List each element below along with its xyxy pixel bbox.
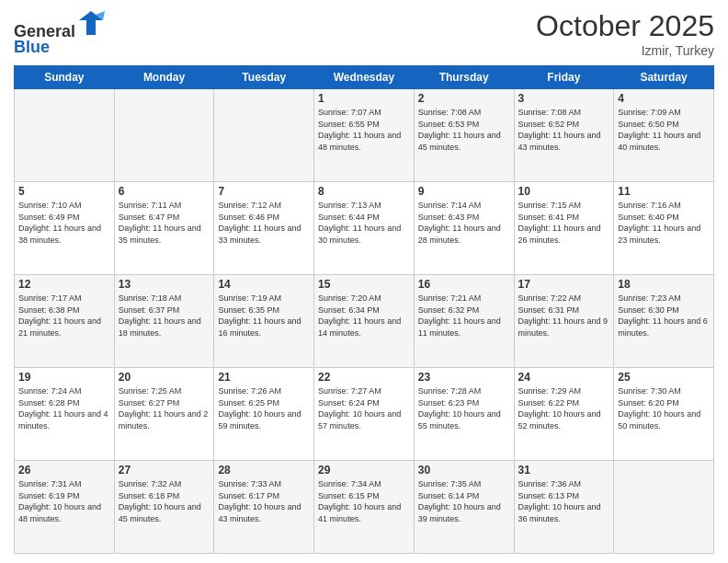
logo-bird-icon [77,9,105,37]
calendar-cell: 18Sunrise: 7:23 AM Sunset: 6:30 PM Dayli… [614,275,714,368]
day-info: Sunrise: 7:36 AM Sunset: 6:13 PM Dayligh… [518,478,610,524]
calendar-week-5: 26Sunrise: 7:31 AM Sunset: 6:19 PM Dayli… [15,461,714,554]
day-number: 20 [119,371,210,384]
day-info: Sunrise: 7:10 AM Sunset: 6:49 PM Dayligh… [18,200,110,246]
header-thursday: Thursday [414,66,514,89]
calendar-cell: 7Sunrise: 7:12 AM Sunset: 6:46 PM Daylig… [214,182,314,275]
calendar-cell [114,89,214,182]
day-number: 25 [618,371,710,384]
day-info: Sunrise: 7:14 AM Sunset: 6:43 PM Dayligh… [418,200,510,246]
calendar-cell: 9Sunrise: 7:14 AM Sunset: 6:43 PM Daylig… [414,182,514,275]
header-saturday: Saturday [614,66,714,89]
day-number: 14 [218,278,310,291]
calendar-week-2: 5Sunrise: 7:10 AM Sunset: 6:49 PM Daylig… [15,182,714,275]
day-number: 28 [218,464,310,477]
calendar-cell: 12Sunrise: 7:17 AM Sunset: 6:38 PM Dayli… [15,275,115,368]
day-number: 27 [119,464,210,477]
day-number: 5 [18,185,110,198]
header-monday: Monday [114,66,214,89]
calendar-cell: 26Sunrise: 7:31 AM Sunset: 6:19 PM Dayli… [15,461,115,554]
day-number: 3 [518,92,610,105]
calendar-cell: 2Sunrise: 7:08 AM Sunset: 6:53 PM Daylig… [414,89,514,182]
day-info: Sunrise: 7:24 AM Sunset: 6:28 PM Dayligh… [18,385,110,431]
day-number: 9 [418,185,510,198]
month-title: October 2025 [536,9,714,43]
calendar-cell [614,461,714,554]
calendar-cell: 23Sunrise: 7:28 AM Sunset: 6:23 PM Dayli… [414,368,514,461]
calendar-cell: 24Sunrise: 7:29 AM Sunset: 6:22 PM Dayli… [514,368,614,461]
calendar-cell: 31Sunrise: 7:36 AM Sunset: 6:13 PM Dayli… [514,461,614,554]
header-wednesday: Wednesday [314,66,415,89]
day-info: Sunrise: 7:18 AM Sunset: 6:37 PM Dayligh… [119,293,210,339]
day-info: Sunrise: 7:21 AM Sunset: 6:32 PM Dayligh… [418,293,510,339]
day-info: Sunrise: 7:29 AM Sunset: 6:22 PM Dayligh… [518,385,610,431]
header-sunday: Sunday [15,66,115,89]
calendar-cell: 28Sunrise: 7:33 AM Sunset: 6:17 PM Dayli… [214,461,314,554]
day-number: 11 [618,185,710,198]
day-info: Sunrise: 7:31 AM Sunset: 6:19 PM Dayligh… [18,478,110,524]
day-info: Sunrise: 7:12 AM Sunset: 6:46 PM Dayligh… [218,200,310,246]
calendar-cell: 15Sunrise: 7:20 AM Sunset: 6:34 PM Dayli… [314,275,415,368]
day-number: 16 [418,278,510,291]
day-info: Sunrise: 7:23 AM Sunset: 6:30 PM Dayligh… [618,293,710,339]
day-number: 12 [18,278,110,291]
calendar-cell: 19Sunrise: 7:24 AM Sunset: 6:28 PM Dayli… [15,368,115,461]
day-info: Sunrise: 7:08 AM Sunset: 6:52 PM Dayligh… [518,107,610,153]
location: Izmir, Turkey [536,43,714,58]
day-number: 8 [318,185,410,198]
calendar-cell: 20Sunrise: 7:25 AM Sunset: 6:27 PM Dayli… [114,368,214,461]
day-number: 30 [418,464,510,477]
day-number: 6 [119,185,210,198]
day-info: Sunrise: 7:25 AM Sunset: 6:27 PM Dayligh… [119,385,210,431]
calendar-cell: 30Sunrise: 7:35 AM Sunset: 6:14 PM Dayli… [414,461,514,554]
calendar-table: Sunday Monday Tuesday Wednesday Thursday… [14,65,714,554]
day-number: 17 [518,278,610,291]
calendar-cell: 13Sunrise: 7:18 AM Sunset: 6:37 PM Dayli… [114,275,214,368]
calendar-cell: 27Sunrise: 7:32 AM Sunset: 6:18 PM Dayli… [114,461,214,554]
day-number: 26 [18,464,110,477]
calendar-cell [15,89,115,182]
day-number: 31 [518,464,610,477]
day-info: Sunrise: 7:30 AM Sunset: 6:20 PM Dayligh… [618,385,710,431]
day-info: Sunrise: 7:27 AM Sunset: 6:24 PM Dayligh… [318,385,410,431]
calendar-cell: 16Sunrise: 7:21 AM Sunset: 6:32 PM Dayli… [414,275,514,368]
calendar-week-4: 19Sunrise: 7:24 AM Sunset: 6:28 PM Dayli… [15,368,714,461]
day-number: 1 [318,92,410,105]
title-area: October 2025 Izmir, Turkey [536,9,714,58]
day-number: 13 [119,278,210,291]
logo-text: General Blue [14,9,105,57]
day-number: 10 [518,185,610,198]
calendar-cell: 1Sunrise: 7:07 AM Sunset: 6:55 PM Daylig… [314,89,415,182]
calendar-cell: 8Sunrise: 7:13 AM Sunset: 6:44 PM Daylig… [314,182,415,275]
calendar-cell: 22Sunrise: 7:27 AM Sunset: 6:24 PM Dayli… [314,368,415,461]
day-number: 2 [418,92,510,105]
day-info: Sunrise: 7:22 AM Sunset: 6:31 PM Dayligh… [518,293,610,339]
day-info: Sunrise: 7:13 AM Sunset: 6:44 PM Dayligh… [318,200,410,246]
day-info: Sunrise: 7:20 AM Sunset: 6:34 PM Dayligh… [318,293,410,339]
calendar-cell: 25Sunrise: 7:30 AM Sunset: 6:20 PM Dayli… [614,368,714,461]
day-info: Sunrise: 7:15 AM Sunset: 6:41 PM Dayligh… [518,200,610,246]
calendar-cell: 5Sunrise: 7:10 AM Sunset: 6:49 PM Daylig… [15,182,115,275]
weekday-header-row: Sunday Monday Tuesday Wednesday Thursday… [15,66,714,89]
day-info: Sunrise: 7:16 AM Sunset: 6:40 PM Dayligh… [618,200,710,246]
day-info: Sunrise: 7:35 AM Sunset: 6:14 PM Dayligh… [418,478,510,524]
page: General Blue October 2025 Izmir, Turkey … [0,0,728,563]
calendar-cell: 14Sunrise: 7:19 AM Sunset: 6:35 PM Dayli… [214,275,314,368]
calendar-cell: 11Sunrise: 7:16 AM Sunset: 6:40 PM Dayli… [614,182,714,275]
day-number: 22 [318,371,410,384]
day-number: 18 [618,278,710,291]
day-info: Sunrise: 7:08 AM Sunset: 6:53 PM Dayligh… [418,107,510,153]
day-info: Sunrise: 7:32 AM Sunset: 6:18 PM Dayligh… [119,478,210,524]
day-info: Sunrise: 7:19 AM Sunset: 6:35 PM Dayligh… [218,293,310,339]
calendar-cell: 3Sunrise: 7:08 AM Sunset: 6:52 PM Daylig… [514,89,614,182]
day-info: Sunrise: 7:09 AM Sunset: 6:50 PM Dayligh… [618,107,710,153]
calendar-week-1: 1Sunrise: 7:07 AM Sunset: 6:55 PM Daylig… [15,89,714,182]
day-number: 23 [418,371,510,384]
header-tuesday: Tuesday [214,66,314,89]
day-number: 19 [18,371,110,384]
calendar-cell: 10Sunrise: 7:15 AM Sunset: 6:41 PM Dayli… [514,182,614,275]
logo: General Blue [14,9,105,57]
calendar-cell: 21Sunrise: 7:26 AM Sunset: 6:25 PM Dayli… [214,368,314,461]
day-info: Sunrise: 7:28 AM Sunset: 6:23 PM Dayligh… [418,385,510,431]
day-info: Sunrise: 7:26 AM Sunset: 6:25 PM Dayligh… [218,385,310,431]
